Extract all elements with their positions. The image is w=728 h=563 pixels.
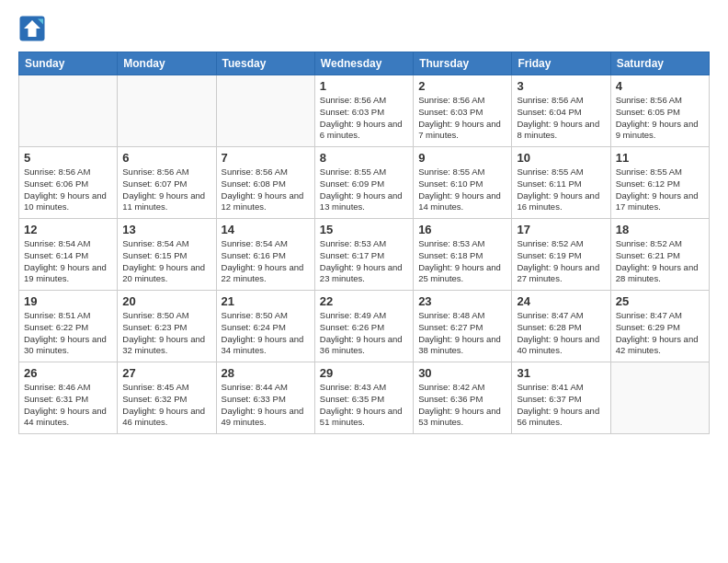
calendar-cell: 6Sunrise: 8:56 AM Sunset: 6:07 PM Daylig… [118,147,216,219]
day-info: Sunrise: 8:46 AM Sunset: 6:31 PM Dayligh… [24,382,112,429]
day-info: Sunrise: 8:43 AM Sunset: 6:35 PM Dayligh… [320,382,408,429]
day-number: 26 [24,366,112,380]
logo-icon [18,15,46,42]
day-number: 5 [24,151,112,165]
day-info: Sunrise: 8:48 AM Sunset: 6:27 PM Dayligh… [418,310,506,357]
calendar-week-row: 19Sunrise: 8:51 AM Sunset: 6:22 PM Dayli… [19,291,710,362]
calendar-cell: 10Sunrise: 8:55 AM Sunset: 6:11 PM Dayli… [512,147,610,219]
day-number: 24 [517,294,605,308]
day-info: Sunrise: 8:56 AM Sunset: 6:05 PM Dayligh… [616,95,704,142]
day-info: Sunrise: 8:47 AM Sunset: 6:28 PM Dayligh… [517,310,605,357]
day-number: 13 [122,223,210,236]
calendar-cell: 8Sunrise: 8:55 AM Sunset: 6:09 PM Daylig… [314,147,413,219]
day-number: 10 [517,151,605,165]
calendar-cell: 9Sunrise: 8:55 AM Sunset: 6:10 PM Daylig… [414,147,512,219]
day-number: 2 [418,79,506,93]
calendar-cell: 11Sunrise: 8:55 AM Sunset: 6:12 PM Dayli… [610,147,709,219]
day-number: 20 [122,294,210,308]
calendar-cell: 12Sunrise: 8:54 AM Sunset: 6:14 PM Dayli… [19,219,118,291]
calendar-cell: 24Sunrise: 8:47 AM Sunset: 6:28 PM Dayli… [512,291,610,362]
day-number: 31 [517,366,605,380]
calendar-cell: 28Sunrise: 8:44 AM Sunset: 6:33 PM Dayli… [216,362,314,434]
day-number: 19 [24,294,112,308]
calendar-cell: 25Sunrise: 8:47 AM Sunset: 6:29 PM Dayli… [610,291,709,362]
day-number: 9 [418,151,506,165]
calendar-cell: 5Sunrise: 8:56 AM Sunset: 6:06 PM Daylig… [19,147,118,219]
day-number: 14 [222,223,310,236]
calendar-week-row: 26Sunrise: 8:46 AM Sunset: 6:31 PM Dayli… [19,362,710,434]
calendar-cell: 15Sunrise: 8:53 AM Sunset: 6:17 PM Dayli… [314,219,413,291]
day-info: Sunrise: 8:54 AM Sunset: 6:15 PM Dayligh… [122,238,210,285]
day-info: Sunrise: 8:56 AM Sunset: 6:07 PM Dayligh… [122,167,210,213]
calendar-cell: 26Sunrise: 8:46 AM Sunset: 6:31 PM Dayli… [19,362,118,434]
calendar-cell: 23Sunrise: 8:48 AM Sunset: 6:27 PM Dayli… [414,291,512,362]
day-number: 21 [222,294,310,308]
day-number: 16 [418,223,506,236]
calendar-cell: 13Sunrise: 8:54 AM Sunset: 6:15 PM Dayli… [118,219,216,291]
calendar-cell: 31Sunrise: 8:41 AM Sunset: 6:37 PM Dayli… [512,362,610,434]
day-number: 11 [616,151,704,165]
day-info: Sunrise: 8:52 AM Sunset: 6:19 PM Dayligh… [517,238,605,285]
day-info: Sunrise: 8:49 AM Sunset: 6:26 PM Dayligh… [320,310,408,357]
day-number: 30 [418,366,506,380]
day-info: Sunrise: 8:55 AM Sunset: 6:10 PM Dayligh… [418,167,506,213]
calendar-cell: 3Sunrise: 8:56 AM Sunset: 6:04 PM Daylig… [512,75,610,147]
calendar-cell: 30Sunrise: 8:42 AM Sunset: 6:36 PM Dayli… [414,362,512,434]
day-number: 6 [122,151,210,165]
calendar-cell: 4Sunrise: 8:56 AM Sunset: 6:05 PM Daylig… [610,75,709,147]
calendar-cell: 1Sunrise: 8:56 AM Sunset: 6:03 PM Daylig… [314,75,413,147]
day-info: Sunrise: 8:53 AM Sunset: 6:17 PM Dayligh… [320,238,408,285]
day-number: 29 [320,366,408,380]
weekday-header-sunday: Sunday [19,52,118,75]
weekday-header-friday: Friday [512,52,610,75]
calendar-cell [118,75,216,147]
day-info: Sunrise: 8:50 AM Sunset: 6:23 PM Dayligh… [122,310,210,357]
day-number: 4 [616,79,704,93]
day-number: 12 [24,223,112,236]
calendar-cell: 29Sunrise: 8:43 AM Sunset: 6:35 PM Dayli… [314,362,413,434]
day-info: Sunrise: 8:56 AM Sunset: 6:08 PM Dayligh… [222,167,310,213]
calendar-cell: 14Sunrise: 8:54 AM Sunset: 6:16 PM Dayli… [216,219,314,291]
day-info: Sunrise: 8:51 AM Sunset: 6:22 PM Dayligh… [24,310,112,357]
day-info: Sunrise: 8:52 AM Sunset: 6:21 PM Dayligh… [616,238,704,285]
day-info: Sunrise: 8:47 AM Sunset: 6:29 PM Dayligh… [616,310,704,357]
day-info: Sunrise: 8:56 AM Sunset: 6:06 PM Dayligh… [24,167,112,213]
day-info: Sunrise: 8:45 AM Sunset: 6:32 PM Dayligh… [122,382,210,429]
day-info: Sunrise: 8:50 AM Sunset: 6:24 PM Dayligh… [222,310,310,357]
day-number: 7 [222,151,310,165]
calendar-cell: 7Sunrise: 8:56 AM Sunset: 6:08 PM Daylig… [216,147,314,219]
weekday-header-tuesday: Tuesday [216,52,314,75]
calendar-cell: 2Sunrise: 8:56 AM Sunset: 6:03 PM Daylig… [414,75,512,147]
day-number: 15 [320,223,408,236]
calendar-week-row: 12Sunrise: 8:54 AM Sunset: 6:14 PM Dayli… [19,219,710,291]
calendar-table: SundayMondayTuesdayWednesdayThursdayFrid… [18,52,710,434]
calendar-cell [19,75,118,147]
day-number: 8 [320,151,408,165]
day-info: Sunrise: 8:44 AM Sunset: 6:33 PM Dayligh… [222,382,310,429]
day-info: Sunrise: 8:42 AM Sunset: 6:36 PM Dayligh… [418,382,506,429]
day-info: Sunrise: 8:55 AM Sunset: 6:11 PM Dayligh… [517,167,605,213]
day-number: 28 [222,366,310,380]
calendar-cell: 21Sunrise: 8:50 AM Sunset: 6:24 PM Dayli… [216,291,314,362]
page: SundayMondayTuesdayWednesdayThursdayFrid… [0,0,728,563]
day-number: 18 [616,223,704,236]
calendar-cell [610,362,709,434]
calendar-cell: 19Sunrise: 8:51 AM Sunset: 6:22 PM Dayli… [19,291,118,362]
day-number: 22 [320,294,408,308]
day-number: 23 [418,294,506,308]
day-info: Sunrise: 8:54 AM Sunset: 6:14 PM Dayligh… [24,238,112,285]
calendar-cell: 17Sunrise: 8:52 AM Sunset: 6:19 PM Dayli… [512,219,610,291]
calendar-cell: 20Sunrise: 8:50 AM Sunset: 6:23 PM Dayli… [118,291,216,362]
calendar-cell: 16Sunrise: 8:53 AM Sunset: 6:18 PM Dayli… [414,219,512,291]
day-number: 3 [517,79,605,93]
header [18,15,710,42]
day-info: Sunrise: 8:56 AM Sunset: 6:03 PM Dayligh… [320,95,408,142]
weekday-header-thursday: Thursday [414,52,512,75]
weekday-header-monday: Monday [118,52,216,75]
day-number: 27 [122,366,210,380]
calendar-cell: 27Sunrise: 8:45 AM Sunset: 6:32 PM Dayli… [118,362,216,434]
day-info: Sunrise: 8:56 AM Sunset: 6:04 PM Dayligh… [517,95,605,142]
day-info: Sunrise: 8:53 AM Sunset: 6:18 PM Dayligh… [418,238,506,285]
calendar-cell [216,75,314,147]
day-info: Sunrise: 8:55 AM Sunset: 6:12 PM Dayligh… [616,167,704,213]
